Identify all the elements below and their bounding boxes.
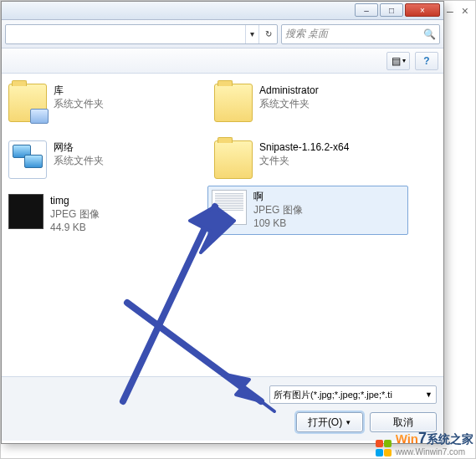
windows-logo-icon xyxy=(376,440,392,456)
item-name: 啊 xyxy=(253,190,303,203)
network-icon xyxy=(8,140,47,179)
item-type: 系统文件夹 xyxy=(54,97,104,110)
location-dropdown-icon[interactable]: ▾ xyxy=(245,25,258,43)
outer-window-controls: – × xyxy=(447,4,468,18)
item-type: 文件夹 xyxy=(259,154,349,167)
libraries-icon xyxy=(8,84,47,122)
minimize-button[interactable]: – xyxy=(355,3,378,17)
item-type: JPEG 图像 xyxy=(253,203,303,217)
close-button[interactable]: × xyxy=(405,3,440,17)
chevron-down-icon: ▼ xyxy=(425,390,432,399)
item-name: 库 xyxy=(54,84,104,97)
location-bar[interactable]: ▾ ↻ xyxy=(5,24,278,44)
file-list[interactable]: 库 系统文件夹 网络 系统文件夹 timg JPEG 图像 44.9 KB xyxy=(2,74,443,376)
chevron-down-icon: ▼ xyxy=(345,419,351,426)
outer-close-icon[interactable]: × xyxy=(462,4,468,18)
list-item[interactable]: 网络 系统文件夹 xyxy=(5,137,107,182)
help-button[interactable]: ? xyxy=(415,52,438,70)
list-item[interactable]: 库 系统文件夹 xyxy=(5,80,107,125)
item-name: timg xyxy=(50,194,100,207)
maximize-button[interactable]: □ xyxy=(380,3,403,17)
watermark-url: www.Winwin7.com xyxy=(396,447,473,456)
file-open-dialog: – □ × ▾ ↻ 搜索 桌面 🔍 ▤▾ ? 库 系统文件夹 xyxy=(1,1,444,444)
filter-text: 所有图片(*.jpg;*.jpeg;*.jpe;*.ti xyxy=(274,389,392,401)
image-thumbnail-icon xyxy=(212,190,247,225)
search-icon: 🔍 xyxy=(423,28,436,40)
search-input[interactable]: 搜索 桌面 🔍 xyxy=(281,24,440,44)
outer-minimize-icon[interactable]: – xyxy=(447,4,453,18)
background-window: – × – □ × ▾ ↻ 搜索 桌面 🔍 ▤▾ ? xyxy=(0,0,476,459)
help-icon: ? xyxy=(423,55,429,67)
view-icon: ▤ xyxy=(392,55,401,67)
item-type: 系统文件夹 xyxy=(54,154,104,167)
view-button[interactable]: ▤▾ xyxy=(386,52,410,70)
item-name: Administrator xyxy=(259,84,319,97)
item-size: 109 KB xyxy=(253,217,303,230)
file-type-filter[interactable]: 所有图片(*.jpg;*.jpeg;*.jpe;*.ti ▼ xyxy=(269,385,437,404)
list-item[interactable]: Snipaste-1.16.2-x64 文件夹 xyxy=(211,137,352,182)
watermark-text: Win xyxy=(396,431,418,446)
image-thumbnail-icon xyxy=(8,194,44,229)
item-type: 系统文件夹 xyxy=(259,97,319,110)
search-placeholder: 搜索 桌面 xyxy=(285,27,423,41)
list-item-selected[interactable]: 啊 JPEG 图像 109 KB xyxy=(207,186,408,235)
watermark: Win7系统之家 www.Winwin7.com xyxy=(376,430,473,456)
titlebar: – □ × xyxy=(2,2,443,20)
user-folder-icon xyxy=(214,84,253,122)
item-name: Snipaste-1.16.2-x64 xyxy=(259,140,349,154)
item-size: 44.9 KB xyxy=(50,221,100,234)
list-item[interactable]: timg JPEG 图像 44.9 KB xyxy=(5,191,103,238)
refresh-icon[interactable]: ↻ xyxy=(258,25,277,43)
item-name: 网络 xyxy=(54,140,104,154)
folder-icon xyxy=(214,140,253,179)
item-type: JPEG 图像 xyxy=(50,207,100,221)
toolbar: ▤▾ ? xyxy=(2,48,443,74)
navigation-bar: ▾ ↻ 搜索 桌面 🔍 xyxy=(2,20,443,48)
list-item[interactable]: Administrator 系统文件夹 xyxy=(211,80,322,125)
open-button[interactable]: 打开(O)▼ xyxy=(296,412,363,432)
